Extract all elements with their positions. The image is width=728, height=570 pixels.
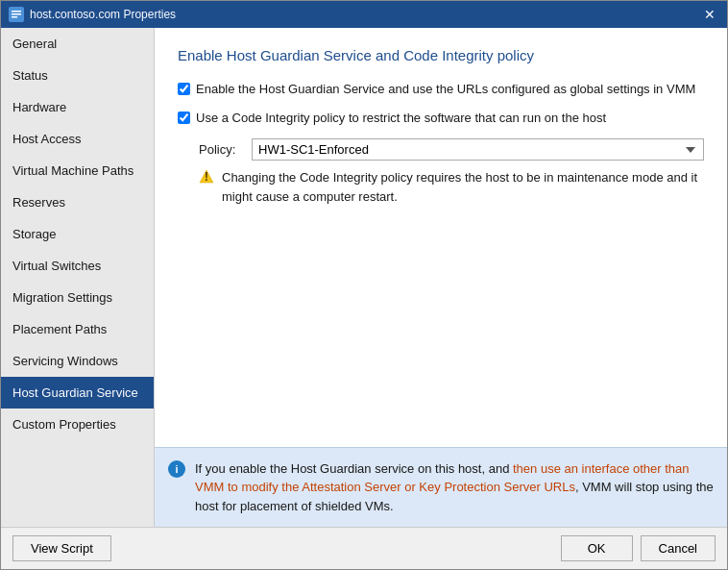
sidebar-item-hardware[interactable]: Hardware <box>1 91 154 123</box>
sidebar-item-general[interactable]: General <box>1 28 154 60</box>
dialog-footer: View Script OK Cancel <box>1 527 727 569</box>
close-button[interactable]: ✕ <box>700 5 719 24</box>
view-script-button[interactable]: View Script <box>12 535 111 561</box>
cancel-button[interactable]: Cancel <box>641 535 716 561</box>
sidebar-item-reserves[interactable]: Reserves <box>1 186 154 218</box>
svg-rect-3 <box>12 16 17 18</box>
svg-rect-2 <box>12 13 21 15</box>
sidebar-item-status[interactable]: Status <box>1 60 154 91</box>
sidebar-item-migration-settings[interactable]: Migration Settings <box>1 282 154 313</box>
sidebar-item-placement-paths[interactable]: Placement Paths <box>1 313 154 345</box>
checkbox1-label: Enable the Host Guardian Service and use… <box>196 81 695 98</box>
sidebar-item-servicing-windows[interactable]: Servicing Windows <box>1 345 154 377</box>
sidebar-item-virtual-switches[interactable]: Virtual Switches <box>1 250 154 282</box>
checkbox1-row: Enable the Host Guardian Service and use… <box>178 81 704 98</box>
checkbox2-input[interactable] <box>178 112 190 124</box>
svg-text:!: ! <box>205 169 208 184</box>
info-icon: i <box>168 460 185 478</box>
warning-row: ! Changing the Code Integrity policy req… <box>199 168 704 206</box>
sidebar-item-virtual-machine-paths[interactable]: Virtual Machine Paths <box>1 155 154 186</box>
footer-left: View Script <box>12 535 111 561</box>
checkbox1-input[interactable] <box>178 83 190 95</box>
checkbox2-row: Use a Code Integrity policy to restrict … <box>178 110 704 127</box>
sidebar: GeneralStatusHardwareHost AccessVirtual … <box>1 28 155 527</box>
dialog-icon <box>9 7 24 22</box>
warning-text: Changing the Code Integrity policy requi… <box>222 168 704 206</box>
content-title: Enable Host Guardian Service and Code In… <box>178 47 704 63</box>
policy-row: Policy: HW1-SC1-Enforced <box>199 138 704 161</box>
main-content: Enable Host Guardian Service and Code In… <box>155 28 727 447</box>
checkbox2-label: Use a Code Integrity policy to restrict … <box>196 110 606 127</box>
sidebar-item-storage[interactable]: Storage <box>1 218 154 250</box>
info-text: If you enable the Host Guardian service … <box>195 459 714 516</box>
content-wrapper: Enable Host Guardian Service and Code In… <box>155 28 727 527</box>
dialog-body: GeneralStatusHardwareHost AccessVirtual … <box>1 28 727 527</box>
title-bar-left: host.contoso.com Properties <box>9 7 176 22</box>
ok-button[interactable]: OK <box>561 535 633 561</box>
info-section: i If you enable the Host Guardian servic… <box>155 447 727 528</box>
title-bar: host.contoso.com Properties ✕ <box>1 1 727 28</box>
sidebar-item-custom-properties[interactable]: Custom Properties <box>1 409 154 440</box>
policy-label: Policy: <box>199 142 242 157</box>
sidebar-item-host-access[interactable]: Host Access <box>1 123 154 155</box>
dialog-window: host.contoso.com Properties ✕ GeneralSta… <box>0 0 728 570</box>
svg-rect-1 <box>12 11 21 12</box>
policy-dropdown[interactable]: HW1-SC1-Enforced <box>252 138 704 161</box>
sidebar-item-host-guardian-service[interactable]: Host Guardian Service <box>1 377 154 409</box>
info-highlight: then use an interface other than VMM to … <box>195 461 690 495</box>
dialog-title: host.contoso.com Properties <box>30 8 176 21</box>
warning-icon: ! <box>199 169 214 185</box>
footer-right: OK Cancel <box>561 535 716 561</box>
